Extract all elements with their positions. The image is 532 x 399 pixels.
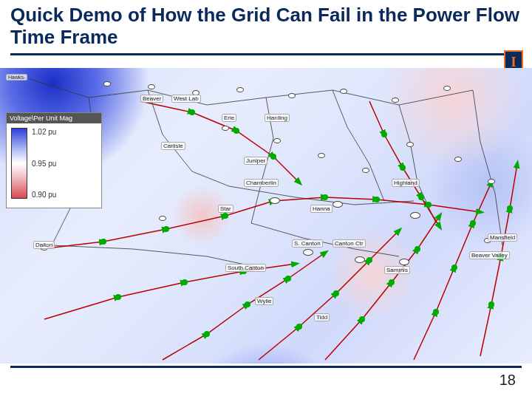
substation-node [454, 157, 462, 162]
node-label-chamberlin: Chamberlin [244, 179, 279, 187]
svg-point-13 [359, 316, 365, 322]
substation-node [236, 87, 244, 92]
svg-point-7 [204, 331, 210, 337]
svg-point-5 [182, 279, 188, 285]
substation-node [159, 216, 166, 221]
node-label-erie: Erie [222, 114, 236, 122]
node-label-hawks: Hawks- [6, 74, 27, 81]
substation-node [392, 98, 399, 103]
bottom-rule [10, 366, 522, 368]
legend-ticks: 1.02 pu 0.95 pu 0.90 pu [32, 128, 56, 199]
substation-node [222, 126, 229, 131]
svg-point-26 [233, 128, 239, 134]
node-label-dalton: Dalton [33, 241, 55, 249]
substation-node [488, 179, 495, 184]
substation-node [443, 86, 451, 91]
substation-node [288, 93, 296, 98]
svg-point-28 [381, 132, 387, 137]
substation-node [340, 89, 347, 94]
svg-point-12 [366, 257, 372, 263]
node-label-tidd: Tidd [314, 313, 330, 321]
title-underline [10, 53, 522, 55]
node-label-canton-ctr: Canton Ctr [332, 239, 366, 248]
svg-point-21 [507, 205, 513, 211]
svg-point-27 [270, 154, 276, 160]
svg-point-10 [296, 324, 302, 330]
node-label-beaver: Beaver [140, 95, 163, 103]
node-label-hanna: Hanna [310, 205, 332, 213]
svg-point-23 [374, 197, 380, 202]
node-label-wylie: Wylie [255, 297, 273, 305]
svg-point-16 [433, 309, 439, 315]
substation-node [332, 201, 343, 208]
svg-point-22 [322, 194, 328, 200]
legend-tick: 1.02 pu [32, 128, 56, 136]
grid-map: Voltage\Per Unit Mag 1.02 pu 0.95 pu 0.9… [0, 68, 532, 364]
svg-point-8 [245, 301, 250, 307]
page-number: 18 [499, 372, 516, 389]
substation-node [148, 84, 155, 89]
substation-node [406, 142, 414, 147]
node-label-carlisle: Carlisle [161, 142, 185, 150]
svg-point-3 [222, 213, 228, 219]
legend-tick: 0.90 pu [32, 191, 56, 199]
node-label-highland: Highland [392, 179, 420, 187]
legend-title: Voltage\Per Unit Mag [7, 113, 101, 123]
node-label-s-canton: S. Canton [292, 239, 323, 248]
substation-node [362, 168, 369, 173]
svg-point-15 [415, 246, 420, 252]
svg-point-14 [389, 279, 395, 285]
svg-point-25 [189, 109, 195, 115]
legend-color-bar [11, 128, 27, 199]
svg-point-19 [488, 301, 494, 307]
svg-point-17 [451, 265, 457, 270]
node-label-mansfield: Mansfield [488, 233, 517, 242]
svg-point-2 [163, 226, 169, 232]
svg-point-11 [333, 290, 339, 296]
svg-point-9 [285, 276, 291, 282]
substation-node [318, 153, 325, 158]
substation-node [273, 138, 281, 143]
node-label-south-canton: South Canton [225, 264, 266, 272]
svg-point-29 [400, 165, 406, 171]
node-label-beaver-valley: Beaver Valley [469, 251, 510, 259]
node-label-sammis: Sammis [384, 266, 410, 274]
substation-node [103, 81, 111, 86]
node-label-harding: Harding [265, 114, 290, 122]
substation-node [410, 212, 420, 219]
legend-tick: 0.95 pu [32, 160, 56, 168]
node-label-star: Star [218, 205, 233, 213]
substation-node [355, 256, 365, 263]
svg-point-1 [100, 239, 106, 245]
substation-node [270, 197, 280, 204]
voltage-legend: Voltage\Per Unit Mag 1.02 pu 0.95 pu 0.9… [6, 112, 102, 208]
svg-point-4 [115, 294, 121, 300]
slide-title: Quick Demo of How the Grid Can Fail in t… [0, 0, 532, 52]
svg-point-30 [418, 194, 424, 200]
substation-node [303, 249, 313, 256]
node-label-juniper: Juniper [244, 157, 267, 165]
svg-point-24 [426, 202, 432, 208]
svg-point-18 [470, 220, 476, 226]
substation-node [399, 259, 409, 265]
node-label-west-lab: West Lab [171, 95, 201, 103]
